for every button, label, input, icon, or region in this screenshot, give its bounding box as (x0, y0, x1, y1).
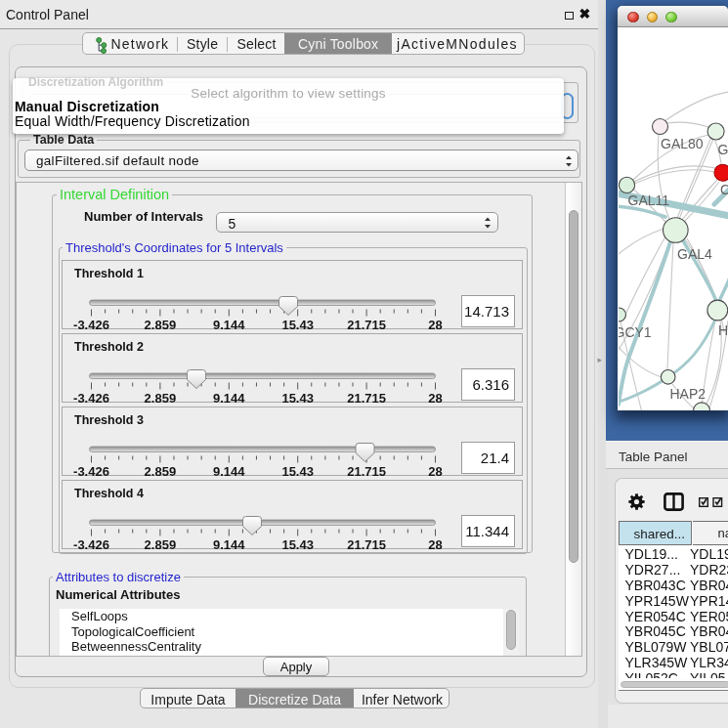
svg-text:GAL4: GAL4 (677, 246, 712, 262)
svg-text:GCY1: GCY1 (619, 324, 652, 340)
svg-text:GA: GA (718, 142, 728, 157)
svg-text:HAP2: HAP2 (670, 386, 707, 402)
svg-text:GAL80: GAL80 (661, 136, 704, 151)
svg-text:C: C (720, 182, 728, 197)
svg-text:GAL11: GAL11 (628, 193, 670, 208)
svg-text:H: H (718, 322, 728, 338)
